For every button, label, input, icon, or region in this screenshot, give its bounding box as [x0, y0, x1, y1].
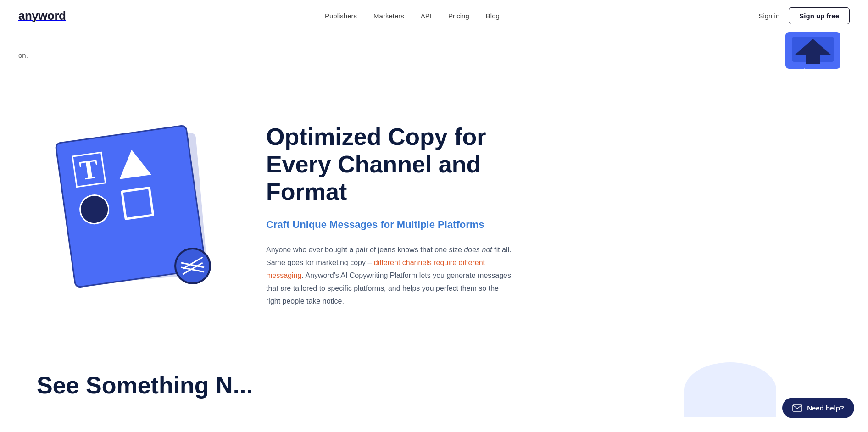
- page-content: on. ↓ T: [0, 0, 868, 417]
- body-text-part1: Anyone who ever bought a pair of jeans k…: [266, 246, 464, 254]
- svg-line-4: [181, 263, 204, 267]
- illustration-side: T: [37, 119, 229, 312]
- floating-circle-svg: [177, 250, 209, 282]
- square-icon: [121, 187, 154, 220]
- bottom-section: See Something N...: [0, 353, 868, 417]
- sign-in-link[interactable]: Sign in: [758, 12, 779, 20]
- sub-heading: Craft Unique Messages for Multiple Platf…: [266, 219, 532, 231]
- sign-up-button[interactable]: Sign up free: [789, 7, 850, 24]
- nav-item-api[interactable]: API: [421, 12, 432, 20]
- main-section: T Optimized Cop: [0, 78, 868, 353]
- letter-t-icon: T: [72, 152, 106, 188]
- need-help-label: Need help?: [807, 404, 844, 412]
- top-strip: on. ↓: [0, 32, 868, 78]
- body-text: Anyone who ever bought a pair of jeans k…: [266, 244, 514, 308]
- circle-icon: [78, 193, 111, 226]
- nav-links: Publishers Marketers API Pricing Blog: [325, 12, 500, 20]
- body-text-part3: . Anyword's AI Copywriting Platform lets…: [266, 271, 511, 305]
- logo[interactable]: anyword: [18, 9, 66, 23]
- nav-item-pricing[interactable]: Pricing: [448, 12, 469, 20]
- envelope-icon: [792, 404, 802, 412]
- arrow-illustration-svg: ↓: [776, 32, 850, 78]
- nav-actions: Sign in Sign up free: [758, 7, 850, 24]
- top-strip-text: on.: [18, 51, 28, 59]
- nav-item-marketers[interactable]: Marketers: [373, 12, 404, 20]
- board-top-row: T: [72, 142, 178, 188]
- navigation: anyword Publishers Marketers API Pricing…: [0, 0, 868, 32]
- body-text-italic: does not: [464, 246, 492, 254]
- svg-line-5: [181, 267, 204, 272]
- bottom-circle-decoration: [684, 362, 776, 417]
- design-board: T: [46, 119, 220, 312]
- need-help-button[interactable]: Need help?: [782, 398, 854, 417]
- triangle-icon: [116, 148, 151, 179]
- bottom-heading-partial: See Something N...: [37, 371, 253, 399]
- board-bottom-row: [78, 183, 184, 227]
- svg-text:↓: ↓: [803, 66, 806, 72]
- main-heading: Optimized Copy for Every Channel and For…: [266, 123, 532, 205]
- top-right-illustration: ↓: [776, 32, 850, 78]
- nav-item-blog[interactable]: Blog: [486, 12, 500, 20]
- floating-circle-icon: [174, 248, 211, 284]
- text-side: Optimized Copy for Every Channel and For…: [266, 123, 532, 307]
- nav-item-publishers[interactable]: Publishers: [325, 12, 357, 20]
